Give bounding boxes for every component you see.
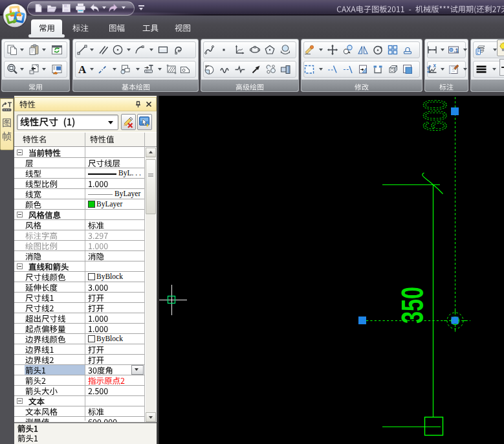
svg-text:.1: .1	[454, 47, 459, 54]
svg-text:350: 350	[395, 287, 430, 324]
svg-text:600: 600	[417, 100, 454, 131]
svg-text:X: X	[433, 63, 437, 68]
svg-text:A: A	[78, 63, 87, 75]
